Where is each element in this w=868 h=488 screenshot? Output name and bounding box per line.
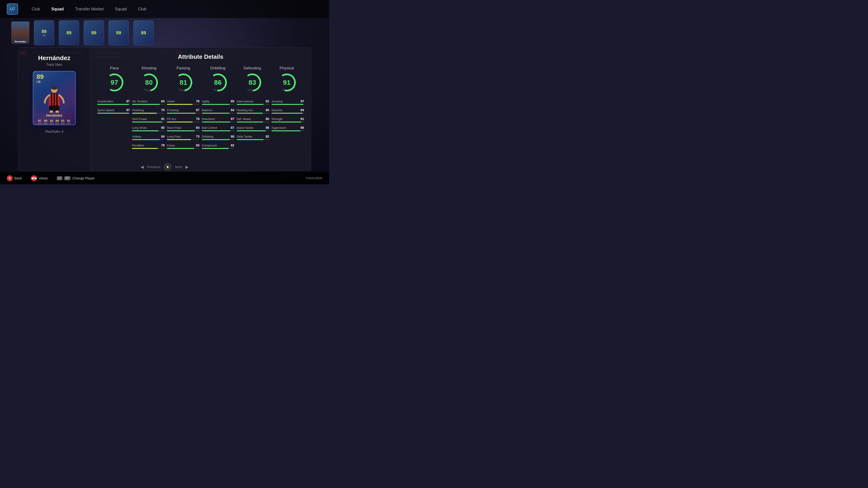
attr-value: 88 [301,126,304,129]
attr-name: Slide Tackle [237,135,252,138]
attr-column-defending: Interceptions 82 Heading Acc. 80 [237,99,269,149]
attr-value: 84 [161,99,165,103]
attr-bar [97,104,130,105]
attr-name: Sprint Speed [97,108,114,112]
category-name-shooting: Shooting [141,66,156,70]
attr-row: Balance 84 [202,108,235,112]
category-name-passing: Passing [177,66,190,70]
attr-row: Slide Tackle 82 [237,135,269,138]
nav-club2[interactable]: Club [138,7,146,11]
attr-item-heading-acc: Heading Acc. 80 [237,108,269,113]
attr-row: Short Pass 84 [167,126,199,129]
circle-defending: 83 [242,72,262,93]
attr-row: Finishing 75 [132,108,164,112]
category-name-dribbling: Dribbling [210,66,225,70]
attr-row: Strength 91 [272,117,304,121]
attr-row: Composure 82 [202,143,235,147]
attr-item-interceptions: Interceptions 82 [237,99,269,105]
attr-bar-fill [237,122,263,123]
attr-name: Jumping [272,100,283,103]
attr-value: 86 [231,135,235,138]
attr-name: Def. Aware [237,117,251,121]
attr-bar-fill [202,122,230,123]
attr-value: 73 [196,135,199,138]
attr-bar-fill [97,104,129,105]
attr-item-slide-tackle: Slide Tackle 82 [237,135,269,140]
attr-item-sprint-speed: Sprint Speed 97 [97,108,130,113]
views-button[interactable]: ◀R▶ Views [31,175,48,181]
attr-bar [167,130,199,131]
back-label: Back [14,176,22,180]
card-thumb-rating-4: 89 [116,30,121,35]
attr-bar-fill [132,122,162,123]
card-thumb-rating-3: 89 [91,30,96,35]
next-arrow: ▶ [185,164,188,169]
change-player-button[interactable]: LT RT Change Player [57,176,95,180]
attr-bar-fill [237,113,263,113]
fifa-card: 89 LB [33,71,76,125]
attr-value: 80 [266,117,269,121]
attr-bar-fill [167,130,195,131]
attr-value: 87 [231,126,235,129]
category-defending: Defending 83 [242,66,262,93]
attr-bar [237,113,269,113]
previous-label[interactable]: Previous [147,165,160,169]
attr-value: 91 [161,117,165,121]
attr-bar [202,130,235,131]
attr-item-ball-control: Ball Control 87 [202,126,235,131]
lt-button: LT [57,176,62,180]
player-card-hero: Hernández [11,22,29,44]
card-thumb-4[interactable]: 89 [108,20,129,45]
r-button-icon: ◀R▶ [31,175,37,181]
card-thumb-1[interactable]: 89 LB [34,20,54,45]
attr-bar-fill [272,122,302,123]
attr-item-balance: Balance 84 [202,108,235,113]
attr-bar-fill [132,113,157,113]
attr-name: Curve [167,144,175,147]
attr-value: 78 [161,143,165,147]
circle-passing: 81 [173,72,193,93]
next-label[interactable]: Next [175,165,182,169]
top-navigation: U7 Club Squad Transfer Market Squad Club [0,0,329,18]
circle-value-passing: 81 [180,78,187,86]
attr-bar [167,104,199,105]
attr-bar-fill [272,130,301,131]
attr-name: Dribbling [202,135,213,138]
card-position: LB [37,80,40,84]
nav-club1[interactable]: Club [32,7,40,11]
attr-bar [167,113,199,113]
attr-value: 87 [196,108,199,112]
nav-transfer[interactable]: Transfer Market [75,7,103,11]
circle-value-pace: 97 [111,78,118,86]
attr-bar [202,148,235,149]
views-label: Views [39,176,48,180]
back-button[interactable]: B Back [7,175,22,181]
attr-name: Long Shots [132,126,147,129]
attr-name: Volleys [132,135,141,138]
category-pace: Pace 97 [104,66,125,93]
attr-row: Dribbling 86 [202,135,235,138]
attr-value: 94 [301,108,304,112]
attr-bar-fill [132,104,160,105]
attr-name: Strength [272,117,283,121]
card-thumb-2[interactable]: 89 [59,20,79,45]
attr-name: Att. Position [132,100,148,103]
attr-name: Heading Acc. [237,108,254,112]
nav-squad[interactable]: Squad [51,7,64,11]
card-thumb-3[interactable]: 89 [84,20,104,45]
card-stat-phy: 91 PHY [67,119,71,125]
attr-item-vision: Vision 78 [167,99,199,105]
attr-bar [237,122,269,123]
attr-name: Acceleration [97,100,114,103]
attr-bar-fill [167,122,193,123]
attr-item-agility: Agility 85 [202,99,235,105]
attr-item-long-shots: Long Shots 80 [132,126,164,131]
category-shooting: Shooting 80 [139,66,159,93]
card-thumb-5[interactable]: 89 [133,20,154,45]
main-content: Hernández Track Stars 89 LB [18,47,311,171]
attr-name: Reactions [202,117,215,121]
nav-squad2[interactable]: Squad [115,7,127,11]
attr-row: Vision 78 [167,99,199,103]
category-passing: Passing 81 [173,66,193,93]
attr-bar [272,113,304,113]
